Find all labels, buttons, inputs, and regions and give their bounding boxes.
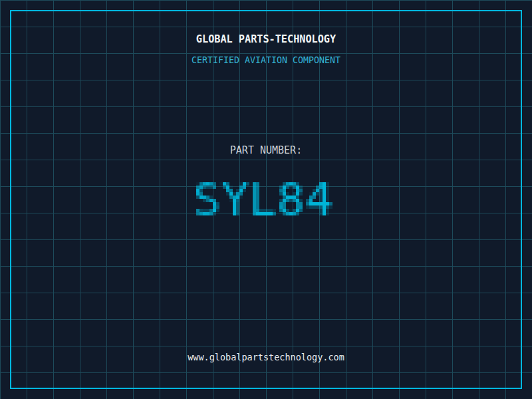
company-title: GLOBAL PARTS-TECHNOLOGY <box>0 34 532 45</box>
part-number-text: SYL84 <box>0 0 1 1</box>
website-url: www.globalpartstechnology.com <box>0 352 532 362</box>
certification-subtitle: CERTIFIED AVIATION COMPONENT <box>0 56 532 65</box>
certificate-page: { "header": { "title": "GLOBAL PARTS-TEC… <box>0 0 532 399</box>
part-number-display <box>193 176 339 225</box>
part-number-label: PART NUMBER: <box>0 145 532 156</box>
certificate-background: GLOBAL PARTS-TECHNOLOGY CERTIFIED AVIATI… <box>0 0 532 399</box>
